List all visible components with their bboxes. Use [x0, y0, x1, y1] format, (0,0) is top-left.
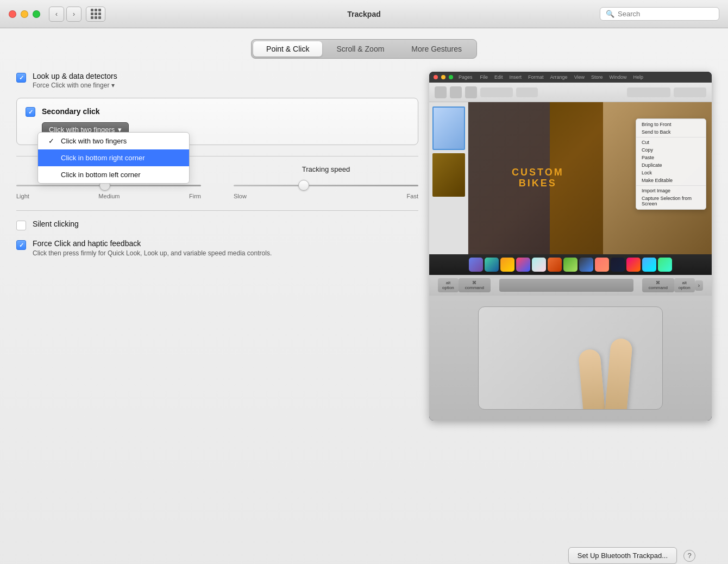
click-slider-line	[16, 185, 201, 186]
dropdown-item-bottom-right[interactable]: Click in bottom right corner	[38, 149, 189, 166]
secondary-click-checkbox[interactable]	[26, 107, 35, 117]
force-click-label: Force Click and haptic feedback	[33, 239, 272, 248]
back-button[interactable]: ‹	[49, 7, 64, 22]
tracking-slider-track	[234, 180, 418, 191]
force-click-text-group: Force Click and haptic feedback Click th…	[33, 239, 272, 258]
left-panel: Look up & data detectors Force Click wit…	[16, 72, 418, 267]
nav-buttons: ‹ ›	[49, 7, 81, 22]
grid-button[interactable]	[86, 7, 105, 22]
secondary-click-title: Secondary click	[42, 107, 100, 116]
click-slider-labels: Light Medium Firm	[16, 193, 201, 199]
secondary-click-header: Secondary click	[26, 106, 409, 117]
silent-clicking-row: Silent clicking	[16, 220, 418, 230]
lookup-sublabel[interactable]: Force Click with one finger ▾	[33, 82, 117, 89]
setup-bluetooth-button[interactable]: Set Up Bluetooth Trackpad...	[568, 547, 677, 564]
secondary-click-dropdown-menu: ✓ Click with two fingers Click in bottom…	[37, 132, 190, 184]
maximize-button[interactable]	[33, 10, 40, 18]
close-button[interactable]	[9, 10, 16, 18]
checkmark-icon: ✓	[47, 137, 55, 145]
search-input[interactable]	[618, 10, 713, 18]
force-click-row: Force Click and haptic feedback Click th…	[16, 239, 418, 258]
lookup-checkbox[interactable]	[16, 73, 26, 83]
bottom-bar: Set Up Bluetooth Trackpad... ?	[568, 547, 695, 564]
tracking-slider-labels: Slow Fast	[234, 193, 418, 199]
titlebar: ‹ › Trackpad 🔍	[0, 0, 728, 28]
tracking-slider-title: Tracking speed	[234, 165, 418, 173]
tab-more-gestures[interactable]: More Gestures	[398, 41, 475, 57]
chevron-down-icon: ▾	[111, 82, 115, 89]
tracking-slider-line	[234, 185, 418, 186]
force-click-checkbox[interactable]	[16, 240, 26, 250]
tab-point-click[interactable]: Point & Click	[253, 41, 322, 57]
secondary-click-section: Secondary click Click with two fingers ▾…	[16, 98, 418, 145]
preview-image: Pages File Edit Insert Format Arrange Vi…	[429, 72, 712, 421]
silent-clicking-checkbox[interactable]	[16, 221, 26, 230]
main-content: Point & Click Scroll & Zoom More Gesture…	[0, 28, 728, 564]
divider	[16, 210, 418, 211]
dropdown-item-two-fingers[interactable]: ✓ Click with two fingers	[38, 133, 189, 149]
lookup-label: Look up & data detectors	[33, 72, 117, 80]
bottom-options: Silent clicking Force Click and haptic f…	[16, 210, 418, 258]
tabs: Point & Click Scroll & Zoom More Gesture…	[251, 39, 477, 59]
grid-icon	[91, 9, 101, 19]
window-title: Trackpad	[347, 10, 380, 18]
search-icon: 🔍	[606, 10, 614, 18]
traffic-lights	[9, 10, 40, 18]
tracking-slider-thumb[interactable]	[298, 180, 309, 191]
tab-scroll-zoom[interactable]: Scroll & Zoom	[323, 41, 397, 57]
tabs-container: Point & Click Scroll & Zoom More Gesture…	[16, 39, 712, 59]
silent-clicking-label: Silent clicking	[33, 220, 79, 228]
content-area: Look up & data detectors Force Click wit…	[16, 72, 712, 421]
tracking-slider-group: Tracking speed Slow Fast	[234, 165, 418, 199]
right-panel: Pages File Edit Insert Format Arrange Vi…	[429, 72, 712, 421]
dropdown-item-bottom-left[interactable]: Click in bottom left corner	[38, 166, 189, 183]
lookup-option-row: Look up & data detectors Force Click wit…	[16, 72, 418, 89]
minimize-button[interactable]	[21, 10, 28, 18]
force-click-description: Click then press firmly for Quick Look, …	[33, 249, 272, 258]
forward-button[interactable]: ›	[66, 7, 81, 22]
help-button[interactable]: ?	[683, 550, 695, 562]
main-wrapper: Point & Click Scroll & Zoom More Gesture…	[16, 39, 712, 564]
lookup-text-group: Look up & data detectors Force Click wit…	[33, 72, 117, 89]
search-bar: 🔍	[600, 7, 719, 21]
